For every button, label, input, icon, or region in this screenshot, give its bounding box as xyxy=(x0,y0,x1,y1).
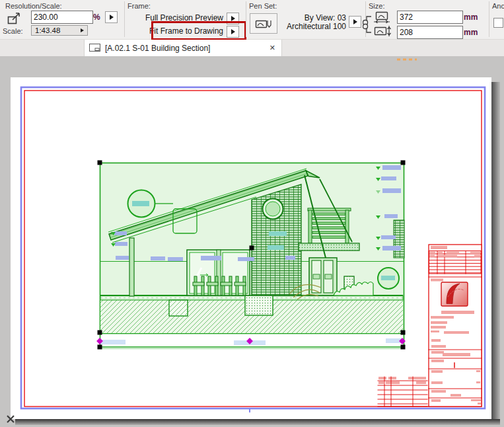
fit-frame-to-drawing-button[interactable]: Fit Frame to Drawing xyxy=(129,26,223,36)
resolution-icon xyxy=(7,11,22,26)
page-shadow-right xyxy=(491,82,500,424)
resolution-unit: % xyxy=(93,13,100,22)
size-width-input[interactable] xyxy=(397,11,463,24)
full-precision-menu-button[interactable] xyxy=(227,13,239,24)
page-shadow-bottom xyxy=(15,419,500,425)
column xyxy=(129,238,134,296)
resolution-menu-button[interactable] xyxy=(105,11,118,23)
pen-set-button[interactable] xyxy=(250,13,277,34)
tree-right xyxy=(378,268,399,289)
scale-value: 1:43.48 xyxy=(35,26,60,34)
pen-set-label: Pen Set: xyxy=(249,2,277,10)
pen-set-by-view[interactable]: By View: 03 Architectural 100 xyxy=(284,14,346,31)
by-view-line2: Architectural 100 xyxy=(287,22,346,31)
menu-arrow-icon xyxy=(231,29,235,34)
anchor-label: Anch xyxy=(492,2,504,10)
resolution-input[interactable] xyxy=(31,11,93,24)
full-precision-preview-button[interactable]: Full Precision Preview xyxy=(129,13,223,22)
divider xyxy=(489,1,489,37)
width-unit: mm xyxy=(464,13,478,22)
size-label: Size: xyxy=(369,2,384,10)
divider xyxy=(246,1,246,37)
chain-link-icon xyxy=(363,14,372,35)
menu-arrow-icon xyxy=(353,19,357,24)
layout-tab-icon xyxy=(89,44,101,52)
pen-set-menu-button[interactable] xyxy=(349,16,361,28)
scale-dropdown[interactable]: 1:43.48 xyxy=(31,25,88,36)
dropdown-arrow-icon xyxy=(81,28,84,32)
tab-bar: [A.02.1 S-01 Building Section] ✕ xyxy=(0,40,504,56)
drawing-building-section[interactable] xyxy=(96,161,406,350)
tab-layout-building-section[interactable]: [A.02.1 S-01 Building Section] ✕ xyxy=(84,40,282,56)
brick-wall xyxy=(252,184,301,295)
by-view-line1: By View: 03 xyxy=(305,13,346,22)
menu-arrow-icon xyxy=(110,15,114,20)
divider xyxy=(124,1,125,37)
pen-set-icon xyxy=(255,18,272,30)
drawing-settings-toolbar: Resolution/Scale: % Scale: 1:43.48 Frame… xyxy=(0,0,504,40)
company-logo xyxy=(441,282,468,306)
drawing-height-icon xyxy=(373,25,394,37)
scale-label: Scale: xyxy=(3,27,23,35)
resolution-scale-label: Resolution/Scale: xyxy=(5,2,62,10)
tab-title: [A.02.1 S-01 Building Section] xyxy=(105,44,210,53)
layout-canvas[interactable] xyxy=(0,56,504,427)
frame-label: Frame: xyxy=(127,2,151,10)
archicad-window: Resolution/Scale: % Scale: 1:43.48 Frame… xyxy=(0,0,504,427)
menu-arrow-icon xyxy=(231,16,235,21)
tab-close-icon[interactable]: ✕ xyxy=(270,44,275,52)
ground-section xyxy=(100,295,403,333)
anchor-checkbox[interactable] xyxy=(493,18,503,28)
size-height-input[interactable] xyxy=(397,26,463,39)
drawing-width-icon xyxy=(373,11,394,23)
fit-frame-menu-button[interactable] xyxy=(227,26,239,38)
height-unit: mm xyxy=(464,28,478,37)
